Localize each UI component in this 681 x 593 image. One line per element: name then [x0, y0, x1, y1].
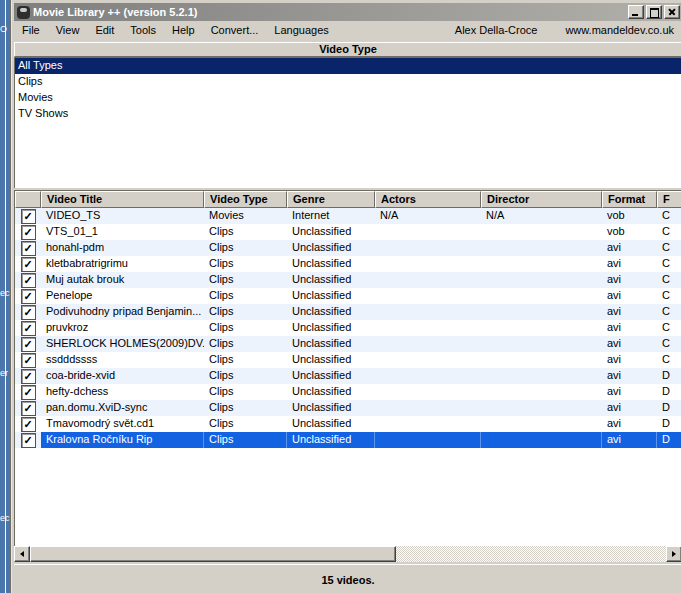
cell-genre: Unclassified	[287, 304, 375, 320]
cell-director	[481, 224, 602, 240]
menu-author-name[interactable]: Alex Della-Croce	[455, 22, 538, 38]
cell-title: SHERLOCK HOLMES(2009)DV...	[41, 336, 204, 352]
menu-languages[interactable]: Languages	[266, 22, 336, 38]
cell-format: avi	[602, 272, 657, 288]
column-header-format[interactable]: Format	[602, 191, 657, 208]
cell-genre: Internet	[287, 208, 375, 224]
row-checkbox[interactable]: ✓	[21, 433, 36, 448]
video-type-item-tv-shows[interactable]: TV Shows	[15, 106, 681, 122]
scroll-left-button[interactable]	[14, 546, 30, 562]
table-row[interactable]: ✓Kralovna Ročníku RipClipsUnclassifiedav…	[15, 432, 681, 448]
column-header-video-type[interactable]: Video Type	[204, 191, 287, 208]
row-checkbox[interactable]: ✓	[21, 385, 36, 400]
scrollbar-thumb[interactable]	[30, 546, 396, 562]
cell-director	[481, 352, 602, 368]
cell-type: Clips	[204, 304, 287, 320]
cell-actors	[375, 416, 481, 432]
table-row[interactable]: ✓hefty-dchessClipsUnclassifiedaviD	[15, 384, 681, 400]
cell-director	[481, 256, 602, 272]
table-row[interactable]: ✓ssdddssssClipsUnclassifiedaviC	[15, 352, 681, 368]
window-title: Movie Library ++ (version 5.2.1)	[33, 6, 197, 18]
menu-bar: File View Edit Tools Help Convert... Lan…	[14, 21, 681, 39]
cell-actors	[375, 320, 481, 336]
row-checkbox[interactable]: ✓	[21, 353, 36, 368]
table-row[interactable]: ✓pruvkrozClipsUnclassifiedaviC	[15, 320, 681, 336]
row-checkbox[interactable]: ✓	[21, 225, 36, 240]
horizontal-scrollbar[interactable]	[14, 546, 681, 562]
table-row[interactable]: ✓PenelopeClipsUnclassifiedaviC	[15, 288, 681, 304]
column-header-file-path[interactable]: F	[657, 191, 681, 208]
menu-website-link[interactable]: www.mandeldev.co.uk	[565, 22, 674, 38]
cell-format: avi	[602, 416, 657, 432]
table-row[interactable]: ✓Muj autak broukClipsUnclassifiedaviC	[15, 272, 681, 288]
row-checkbox[interactable]: ✓	[21, 209, 36, 224]
column-header-genre[interactable]: Genre	[287, 191, 375, 208]
table-row[interactable]: ✓VTS_01_1ClipsUnclassifiedvobC	[15, 224, 681, 240]
scroll-right-button[interactable]	[666, 546, 681, 562]
row-checkbox[interactable]: ✓	[21, 241, 36, 256]
table-row[interactable]: ✓SHERLOCK HOLMES(2009)DV...ClipsUnclassi…	[15, 336, 681, 352]
minimize-button[interactable]	[628, 5, 644, 19]
video-type-item-clips[interactable]: Clips	[15, 74, 681, 90]
column-header-director[interactable]: Director	[481, 191, 602, 208]
table-row[interactable]: ✓kletbabratrigrimuClipsUnclassifiedaviC	[15, 256, 681, 272]
cell-actors	[375, 304, 481, 320]
cell-type: Clips	[204, 384, 287, 400]
menu-tools[interactable]: Tools	[122, 22, 164, 38]
table-row[interactable]: ✓Tmavomodrý svět.cd1ClipsUnclassifiedavi…	[15, 416, 681, 432]
cell-actors	[375, 432, 481, 448]
menu-view[interactable]: View	[48, 22, 88, 38]
table-row[interactable]: ✓pan.domu.XviD-syncClipsUnclassifiedaviD	[15, 400, 681, 416]
table-row[interactable]: ✓honahl-pdmClipsUnclassifiedaviC	[15, 240, 681, 256]
menu-edit[interactable]: Edit	[87, 22, 122, 38]
table-row[interactable]: ✓Podivuhodny pripad Benjamin...ClipsUncl…	[15, 304, 681, 320]
background-text-fragment: ec	[0, 288, 10, 298]
cell-path: D	[657, 368, 681, 384]
background-window-edge: O ec er ec	[0, 0, 10, 593]
cell-director	[481, 288, 602, 304]
video-type-item-movies[interactable]: Movies	[15, 90, 681, 106]
cell-genre: Unclassified	[287, 272, 375, 288]
background-text-fragment: O	[0, 24, 10, 34]
cell-director	[481, 400, 602, 416]
row-checkbox[interactable]: ✓	[21, 289, 36, 304]
cell-genre: Unclassified	[287, 224, 375, 240]
cell-title: pruvkroz	[41, 320, 204, 336]
cell-actors	[375, 272, 481, 288]
close-button[interactable]	[664, 5, 680, 19]
cell-type: Clips	[204, 272, 287, 288]
row-checkbox[interactable]: ✓	[21, 257, 36, 272]
cell-director	[481, 304, 602, 320]
cell-type: Clips	[204, 400, 287, 416]
column-header-video-title[interactable]: Video Title	[41, 191, 204, 208]
row-checkbox-cell: ✓	[15, 224, 41, 240]
background-text-fragment: er	[0, 368, 10, 378]
menu-help[interactable]: Help	[164, 22, 203, 38]
cell-format: avi	[602, 320, 657, 336]
cell-path: C	[657, 320, 681, 336]
menu-convert[interactable]: Convert...	[203, 22, 267, 38]
minimize-icon	[632, 14, 638, 16]
table-row[interactable]: ✓coa-bride-xvidClipsUnclassifiedaviD	[15, 368, 681, 384]
row-checkbox[interactable]: ✓	[21, 305, 36, 320]
video-type-item-all-types[interactable]: All Types	[15, 58, 681, 74]
cell-format: avi	[602, 400, 657, 416]
menu-file[interactable]: File	[14, 22, 48, 38]
cell-title: ssdddssss	[41, 352, 204, 368]
row-checkbox[interactable]: ✓	[21, 369, 36, 384]
table-row[interactable]: ✓VIDEO_TSMoviesInternetN/AN/AvobC	[15, 208, 681, 224]
video-table: Video Title Video Type Genre Actors Dire…	[14, 190, 681, 546]
row-checkbox[interactable]: ✓	[21, 337, 36, 352]
column-header-checkbox[interactable]	[15, 191, 41, 208]
row-checkbox[interactable]: ✓	[21, 273, 36, 288]
column-header-actors[interactable]: Actors	[375, 191, 481, 208]
cell-format: avi	[602, 352, 657, 368]
row-checkbox[interactable]: ✓	[21, 401, 36, 416]
row-checkbox-cell: ✓	[15, 352, 41, 368]
maximize-button[interactable]	[646, 5, 662, 19]
cell-format: avi	[602, 240, 657, 256]
cell-type: Clips	[204, 256, 287, 272]
cell-path: C	[657, 240, 681, 256]
row-checkbox[interactable]: ✓	[21, 417, 36, 432]
row-checkbox[interactable]: ✓	[21, 321, 36, 336]
